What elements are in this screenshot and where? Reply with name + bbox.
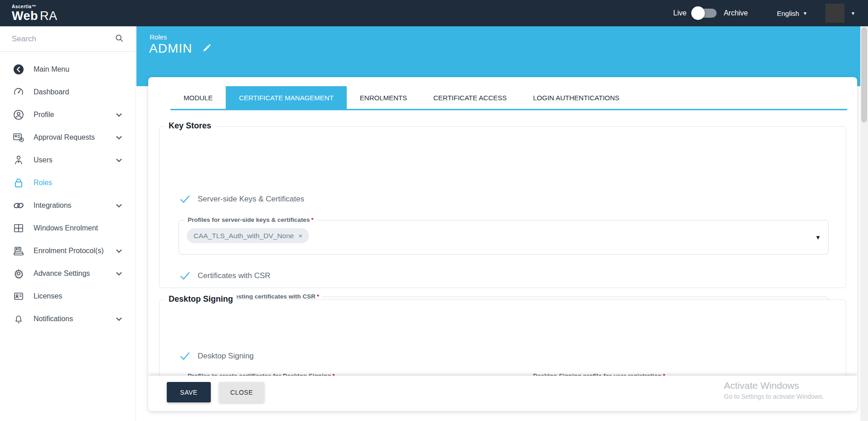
desktop-signing-checkbox[interactable]: Desktop Signing — [179, 351, 254, 362]
chevron-down-icon — [116, 247, 122, 255]
field-label: Profiles for server-side keys & certific… — [188, 216, 310, 223]
sidebar-item-approval-requests[interactable]: Approval Requests — [0, 126, 136, 149]
sidebar-item-label: Integrations — [34, 201, 72, 210]
profiles-server-side-field[interactable]: Profiles for server-side keys & certific… — [179, 220, 829, 255]
check-icon — [179, 270, 190, 281]
users-icon — [13, 154, 24, 166]
app-logo: Ascertia™ WebRA — [12, 5, 58, 22]
user-avatar[interactable] — [825, 4, 844, 23]
windows-icon — [13, 222, 24, 234]
brand-ra: RA — [40, 9, 58, 23]
license-card-icon — [13, 290, 24, 302]
tab-module[interactable]: MODULE — [170, 86, 226, 109]
brand-web: Web — [12, 9, 38, 23]
link-icon — [13, 200, 24, 211]
required-asterisk: * — [317, 293, 319, 300]
check-icon — [179, 351, 190, 362]
sidebar-item-label: Approval Requests — [34, 133, 95, 142]
page-title: ADMIN — [149, 41, 192, 56]
sidebar-item-users[interactable]: Users — [0, 149, 136, 171]
sidebar-item-label: Roles — [34, 179, 52, 187]
sidebar-item-label: Users — [34, 156, 53, 164]
sidebar-item-label: Main Menu — [34, 65, 69, 73]
dashboard-icon — [13, 86, 24, 98]
chip-label: CAA_TLS_Auth_with_DV_None — [194, 232, 294, 240]
chevron-down-icon — [116, 156, 122, 164]
tab-bar: MODULE CERTIFICATE MANAGEMENT ENROLMENTS… — [170, 86, 847, 110]
sidebar-item-label: Advance Settings — [34, 269, 90, 278]
certificates-with-csr-label: Certificates with CSR — [198, 271, 271, 280]
search-input[interactable] — [12, 34, 115, 44]
tab-certificate-access[interactable]: CERTIFICATE ACCESS — [420, 86, 520, 109]
tab-login-authentications[interactable]: LOGIN AUTHENTICATIONS — [520, 86, 633, 109]
bell-icon — [13, 313, 24, 325]
approval-requests-icon — [13, 132, 24, 143]
chevron-down-icon — [116, 133, 122, 142]
scrollbar[interactable] — [860, 26, 868, 421]
sidebar-item-main-menu[interactable]: Main Menu — [0, 58, 136, 81]
chip-remove-icon[interactable]: × — [298, 232, 302, 240]
sidebar-menu: Main Menu Dashboard Profile Approval Req… — [0, 52, 136, 330]
live-archive-toggle[interactable] — [693, 9, 717, 18]
close-button[interactable]: CLOSE — [219, 382, 264, 402]
server-side-keys-checkbox[interactable]: Server-side Keys & Certificates — [179, 194, 304, 205]
sidebar-item-label: Notifications — [34, 315, 73, 323]
back-circle-icon — [13, 64, 24, 75]
chevron-down-icon — [116, 269, 122, 278]
breadcrumb: Roles — [150, 33, 167, 41]
sidebar-item-integrations[interactable]: Integrations — [0, 194, 136, 217]
live-label: Live — [673, 9, 686, 17]
chevron-down-icon — [116, 111, 122, 119]
sidebar-item-label: Profile — [34, 111, 54, 119]
top-bar: Ascertia™ WebRA Live Archive English ▼ ▼ — [0, 0, 868, 26]
language-label: English — [777, 10, 799, 17]
main-area: Roles ADMIN MODULE CERTIFICATE MANAGEMEN… — [136, 26, 868, 421]
content-card: MODULE CERTIFICATE MANAGEMENT ENROLMENTS… — [148, 77, 857, 411]
toggle-knob[interactable] — [691, 6, 705, 20]
chevron-down-icon — [116, 315, 122, 323]
certificates-with-csr-checkbox[interactable]: Certificates with CSR — [179, 270, 271, 281]
check-icon — [179, 194, 190, 205]
sidebar-item-dashboard[interactable]: Dashboard — [0, 81, 136, 103]
tab-certificate-management[interactable]: CERTIFICATE MANAGEMENT — [226, 86, 347, 109]
desktop-signing-title: Desktop Signing — [165, 294, 237, 304]
search-icon[interactable] — [115, 34, 124, 44]
sidebar-item-notifications[interactable]: Notifications — [0, 308, 136, 330]
sidebar-search — [0, 26, 136, 52]
action-footer: SAVE CLOSE — [148, 376, 857, 411]
gear-icon — [13, 268, 24, 279]
lock-icon — [13, 177, 24, 189]
sidebar-item-roles[interactable]: Roles — [0, 171, 136, 194]
language-caret-icon: ▼ — [803, 11, 807, 16]
dropdown-caret-icon[interactable]: ▼ — [815, 234, 821, 241]
edit-pencil-icon[interactable] — [202, 43, 212, 54]
user-menu-caret-icon[interactable]: ▼ — [851, 11, 855, 16]
sidebar-item-label: Windows Enrolment — [34, 224, 98, 232]
selected-profile-chip: CAA_TLS_Auth_with_DV_None × — [187, 228, 309, 243]
sidebar-item-profile[interactable]: Profile — [0, 103, 136, 126]
archive-label: Archive — [724, 9, 748, 17]
protocol-machine-icon — [13, 245, 24, 257]
sidebar-item-label: Dashboard — [34, 88, 69, 96]
sidebar-item-advance-settings[interactable]: Advance Settings — [0, 262, 136, 285]
sidebar-item-label: Enrolment Protocol(s) — [34, 247, 104, 255]
required-asterisk: * — [311, 216, 313, 223]
sidebar-item-licenses[interactable]: Licenses — [0, 285, 136, 308]
key-stores-title: Key Stores — [165, 121, 215, 131]
sidebar-item-enrolment-protocols[interactable]: Enrolment Protocol(s) — [0, 240, 136, 262]
sidebar-item-windows-enrolment[interactable]: Windows Enrolment — [0, 217, 136, 240]
chevron-down-icon — [116, 201, 122, 210]
sidebar-item-label: Licenses — [34, 292, 62, 300]
sidebar: Main Menu Dashboard Profile Approval Req… — [0, 26, 136, 421]
tab-enrolments[interactable]: ENROLMENTS — [347, 86, 420, 109]
key-stores-section: Key Stores Server-side Keys & Certificat… — [159, 126, 846, 288]
brand-ascertia: Ascertia™ — [12, 5, 58, 9]
language-selector[interactable]: English ▼ — [777, 10, 807, 17]
profile-icon — [13, 109, 24, 121]
save-button[interactable]: SAVE — [167, 382, 211, 402]
desktop-signing-check-label: Desktop Signing — [198, 352, 254, 361]
server-side-keys-label: Server-side Keys & Certificates — [198, 195, 304, 204]
scrollbar-thumb[interactable] — [861, 27, 867, 122]
